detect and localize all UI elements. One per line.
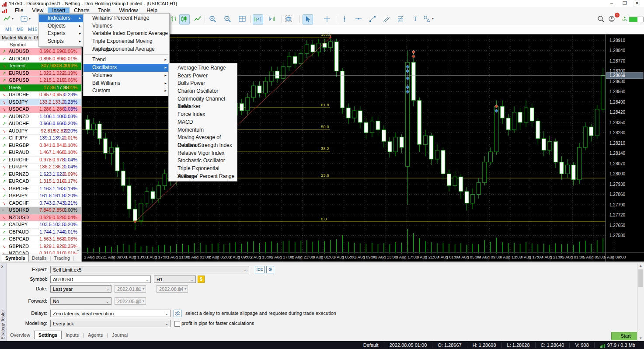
market-watch-row[interactable]: ↗GBPUSD1.215...1.215...-0.06% xyxy=(0,77,81,84)
fibonacci-button[interactable] xyxy=(396,14,406,24)
market-watch-row[interactable]: ↘USDCAD1.286...1.286...0.03% xyxy=(0,106,81,113)
scroll-down-icon[interactable]: ⌄ xyxy=(75,247,81,253)
indicator-item[interactable]: Variable Index Dynamic Average xyxy=(84,30,169,38)
start-button[interactable]: Start xyxy=(611,332,640,340)
market-watch-row[interactable]: ↘GBPCHF1.163...1.163...0.19% xyxy=(0,185,81,193)
oscillator-item[interactable]: Force Index xyxy=(169,111,237,119)
indicator-item[interactable]: Triple Exponential Moving Average xyxy=(84,38,169,45)
menu-file[interactable]: File xyxy=(10,7,28,14)
date-from-field[interactable]: 2022.01.01▦▾ xyxy=(115,285,146,293)
crosshair-button[interactable] xyxy=(323,14,332,24)
oscillator-item[interactable]: Moving Average of Oscillator xyxy=(169,134,237,142)
tester-tab-agents[interactable]: Agents xyxy=(84,331,107,339)
candlestick-button[interactable] xyxy=(179,14,190,24)
indicator-group-custom[interactable]: Custom▸ xyxy=(84,87,169,95)
date-to-field[interactable]: 2022.08.04▦▾ xyxy=(157,285,188,293)
timeframe-m1[interactable]: M1 xyxy=(3,26,14,33)
date-range-select[interactable]: Last year⌄ xyxy=(50,285,111,293)
delays-select[interactable]: Zero latency, ideal execution⌄ xyxy=(50,310,171,317)
menu-tools[interactable]: Tools xyxy=(94,7,115,14)
dropdown-caret-icon[interactable]: ▾ xyxy=(29,17,31,21)
oscillator-item[interactable]: Bulls Power xyxy=(169,80,237,87)
zoom-out-button[interactable] xyxy=(223,14,233,24)
insert-menu-item-indicators[interactable]: Indicators▸ xyxy=(39,14,84,22)
market-watch-row[interactable]: •USDHKD7.849...7.850...0.00% xyxy=(0,207,81,214)
insert-menu-item-objects[interactable]: Objects▸ xyxy=(39,22,84,30)
symbol-info-dollar-button[interactable]: $ xyxy=(198,276,205,283)
market-watch-row[interactable]: ↗GBPAUD1.744...1.744...0.01% xyxy=(0,229,81,236)
horizontal-line-button[interactable] xyxy=(354,14,364,24)
cursor-button[interactable] xyxy=(303,14,313,24)
zoom-in-button[interactable] xyxy=(208,14,218,24)
market-watch-row[interactable]: ↗AUDCAD0.896...0.896...-0.01% xyxy=(0,56,81,63)
market-watch-tab-details[interactable]: Details xyxy=(29,255,50,262)
scroll-down-icon[interactable]: ▼ xyxy=(637,336,644,341)
tester-tab-overview[interactable]: Overview xyxy=(6,331,34,339)
market-watch-row[interactable]: ↗AUDUSD0.696...0.696...-0.06% xyxy=(0,48,81,56)
oscillator-item[interactable]: Relative Strength Index xyxy=(169,142,237,150)
market-watch-row[interactable]: ↗GBPCAD1.563...1.563...-0.03% xyxy=(0,236,81,243)
market-watch-row[interactable]: ↘NZDCAD0.810...0.810...-0.01% xyxy=(0,250,81,254)
expert-properties-gear-button[interactable]: ⚙ xyxy=(266,266,274,273)
indicator-item[interactable]: Williams' Percent Range xyxy=(84,14,169,22)
indicator-list-button[interactable] xyxy=(20,14,29,24)
market-watch-row[interactable]: ↘GBPNZD1.929...1.929...-0.35% xyxy=(0,243,81,251)
oscillator-item[interactable]: DeMarker xyxy=(169,103,237,111)
dropdown-caret-icon[interactable]: ▾ xyxy=(12,17,14,21)
market-watch-row[interactable]: ↗CADJPY103.5...103.5...0.20% xyxy=(0,221,81,229)
market-watch-tab-symbols[interactable]: Symbols xyxy=(2,254,29,262)
market-watch-row[interactable]: ↗EURUSD1.022...1.022...-0.19% xyxy=(0,70,81,77)
market-watch-row[interactable]: ↗EURGBP0.841...0.841...-0.10% xyxy=(0,142,81,150)
market-watch-row[interactable]: ↗AUDNZD1.106...1.106...0.08% xyxy=(0,113,81,121)
channel-button[interactable] xyxy=(382,14,392,24)
oscillator-item[interactable]: Bears Power xyxy=(169,72,237,80)
screenshot-button[interactable] xyxy=(284,14,294,24)
chart-type-button[interactable] xyxy=(3,14,12,24)
oscillator-item[interactable]: Momentum xyxy=(169,126,237,134)
market-watch-tab-trading[interactable]: Trading xyxy=(51,255,73,262)
restore-button[interactable]: ❐ xyxy=(619,0,631,7)
oscillator-item[interactable]: Williams' Percent Range xyxy=(169,173,237,181)
market-watch-row[interactable]: ↗CHFJPY139.1...139.2...-0.01% xyxy=(0,135,81,142)
menu-window[interactable]: Window xyxy=(115,7,143,14)
insert-menu-item-scripts[interactable]: Scripts▸ xyxy=(39,38,84,45)
market-watch-row[interactable]: ↘Tencent307.90308.20-1.19% xyxy=(0,63,81,70)
menu-insert[interactable]: Insert xyxy=(48,7,70,14)
modelling-select[interactable]: Every tick⌄ xyxy=(50,320,171,327)
search-button[interactable] xyxy=(596,14,606,24)
market-watch-row[interactable]: ↘USDCHF0.957...0.957...0.23% xyxy=(0,91,81,99)
market-watch-row[interactable]: ↗GBPJPY161.8...161.9...0.20% xyxy=(0,192,81,200)
level-button[interactable]: ▲LVL xyxy=(620,14,630,24)
notifications-button[interactable]: 1 xyxy=(608,14,617,24)
market-watch-row[interactable]: ↘CADCHF0.743...0.743...0.21% xyxy=(0,200,81,207)
ide-button[interactable]: IDE xyxy=(255,266,265,273)
menu-view[interactable]: View xyxy=(28,7,48,14)
vertical-line-button[interactable] xyxy=(340,14,350,24)
menu-help[interactable]: Help xyxy=(142,7,162,14)
market-watch-row[interactable]: ↗EURNZD1.623...1.623...-0.09% xyxy=(0,171,81,178)
oscillator-item[interactable]: Triple Exponential Average xyxy=(169,165,237,173)
minimize-button[interactable]: – xyxy=(606,0,618,7)
market-watch-row[interactable]: ↗EURAUD1.467...1.468...-0.10% xyxy=(0,149,81,157)
tester-tab-settings[interactable]: Settings xyxy=(34,331,62,339)
auto-scroll-button[interactable] xyxy=(253,14,263,24)
insert-menu-item-experts[interactable]: Experts▸ xyxy=(39,30,84,38)
close-button[interactable]: ✕ xyxy=(631,0,643,7)
tester-tab-inputs[interactable]: Inputs xyxy=(62,331,83,339)
dropdown-caret-icon[interactable]: ▾ xyxy=(432,17,434,21)
oscillator-item[interactable]: Average True Range xyxy=(169,64,237,72)
timeframe-m15[interactable]: M15 xyxy=(26,26,39,33)
forward-select[interactable]: No⌄ xyxy=(50,297,111,305)
market-watch-row[interactable]: ↘NZDUSD0.629...0.629...-0.04% xyxy=(0,214,81,222)
market-watch-row[interactable]: ↗EURCHF0.978...0.978...0.04% xyxy=(0,157,81,164)
tile-windows-button[interactable] xyxy=(238,14,247,24)
oscillator-item[interactable]: Stochastic Oscillator xyxy=(169,157,237,165)
bar-chart-button[interactable] xyxy=(170,14,179,24)
timeframe-m5[interactable]: M5 xyxy=(15,26,25,33)
market-watch-row[interactable]: ↘USDJPY133.2...133.2...0.23% xyxy=(0,99,81,106)
expert-select[interactable]: Sell Limit.ex5⌄ xyxy=(50,266,249,273)
scroll-up-icon[interactable]: ▲ xyxy=(637,263,644,269)
market-watch-row[interactable]: ↗AUDCHF0.666...0.666...0.20% xyxy=(0,120,81,128)
timeframe-select[interactable]: H1⌄ xyxy=(154,276,196,283)
oscillator-item[interactable]: Chaikin Oscillator xyxy=(169,87,237,95)
